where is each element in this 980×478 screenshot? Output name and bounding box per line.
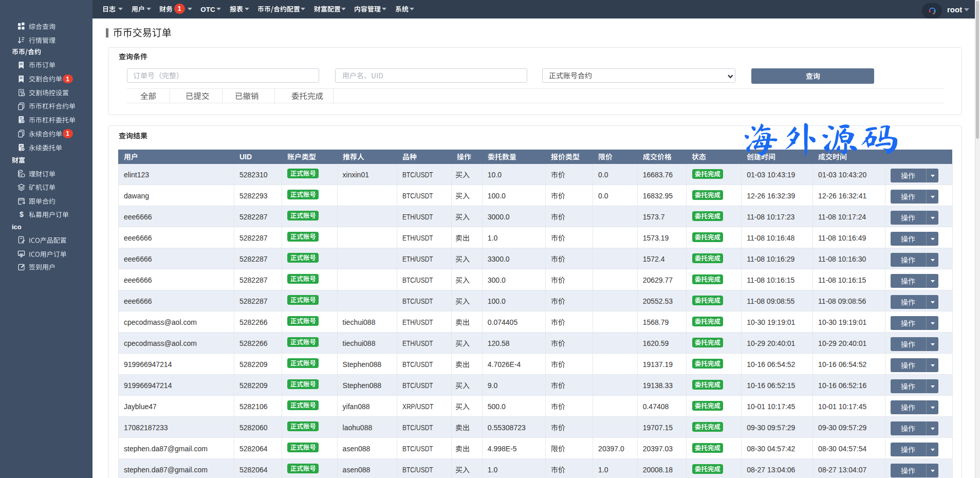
svg-text:$: $ — [20, 210, 24, 218]
